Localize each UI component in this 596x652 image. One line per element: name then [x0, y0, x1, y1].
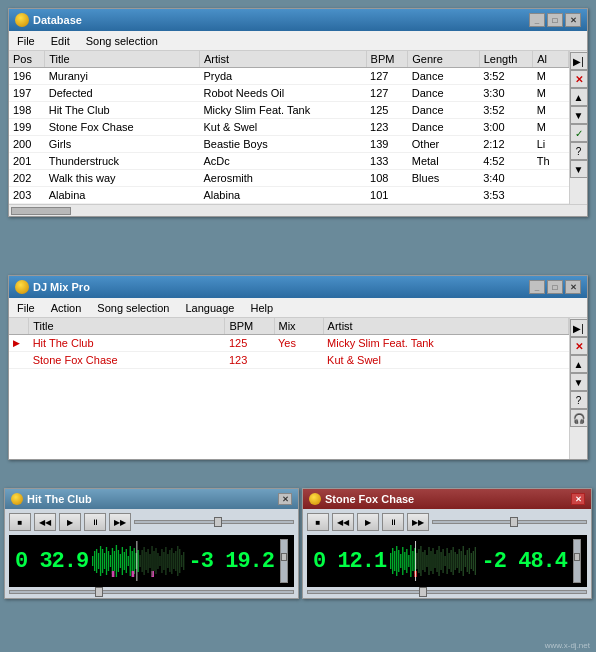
player1-volume-slider[interactable] — [280, 539, 288, 583]
database-row[interactable]: 197 Defected Robot Needs Oil 127 Dance 3… — [9, 85, 569, 102]
player1-play-button[interactable]: ▶ — [59, 513, 81, 531]
svg-rect-46 — [177, 546, 178, 576]
database-menu-bar: File Edit Song selection — [9, 31, 587, 51]
svg-rect-72 — [431, 551, 432, 571]
dj-col-indicator — [9, 318, 29, 335]
db-menu-edit[interactable]: Edit — [47, 33, 74, 49]
database-window: Database _ □ ✕ File Edit Song selection … — [8, 8, 588, 217]
database-maximize-button[interactable]: □ — [547, 13, 563, 27]
db-btn-help[interactable]: ? — [570, 142, 588, 160]
dj-menu-file[interactable]: File — [13, 300, 39, 316]
player1-rewind-button[interactable]: ◀◀ — [34, 513, 56, 531]
svg-rect-58 — [404, 552, 405, 570]
db-btn-close[interactable]: ✕ — [570, 70, 588, 88]
svg-rect-34 — [154, 551, 155, 571]
dj-btn-skip[interactable]: ▶| — [570, 319, 588, 337]
djmix-table-container: Title BPM Mix Artist ▶ Hit The Club 125 … — [9, 318, 569, 459]
col-al: Al — [533, 51, 569, 68]
database-row[interactable]: 196 Muranyi Pryda 127 Dance 3:52 M — [9, 68, 569, 85]
player1-waveform — [92, 541, 184, 581]
database-h-scrollbar[interactable] — [9, 204, 587, 216]
db-h-scroll-thumb[interactable] — [11, 207, 71, 215]
djmix-title-bar[interactable]: DJ Mix Pro _ □ ✕ — [9, 276, 587, 298]
djmix-row[interactable]: Stone Fox Chase 123 Kut & Swel — [9, 352, 569, 369]
svg-rect-12 — [116, 545, 117, 577]
player2-volume-slider[interactable] — [573, 539, 581, 583]
player2-close-button[interactable]: ✕ — [571, 493, 585, 505]
db-menu-file[interactable]: File — [13, 33, 39, 49]
database-side-buttons: ▶| ✕ ▲ ▼ ✓ ? ▼ — [569, 51, 587, 204]
svg-rect-60 — [408, 555, 409, 567]
djmix-close-button[interactable]: ✕ — [565, 280, 581, 294]
player2-title-bar[interactable]: Stone Fox Chase ✕ — [303, 489, 591, 509]
dj-cell-title: Hit The Club — [29, 335, 225, 352]
player1-pause-button[interactable]: ⏸ — [84, 513, 106, 531]
djmix-empty-area — [9, 369, 569, 459]
dj-menu-language[interactable]: Language — [181, 300, 238, 316]
svg-rect-16 — [124, 552, 125, 570]
svg-rect-24 — [112, 571, 115, 577]
player2-play-button[interactable]: ▶ — [357, 513, 379, 531]
svg-rect-1 — [94, 551, 95, 571]
player1-close-button[interactable]: ✕ — [278, 493, 292, 505]
svg-rect-87 — [461, 551, 462, 571]
dj-btn-headphones[interactable]: 🎧 — [570, 409, 588, 427]
dj-cell-bpm: 123 — [225, 352, 274, 369]
player1-title-bar[interactable]: Hit The Club ✕ — [5, 489, 298, 509]
db-btn-up[interactable]: ▲ — [570, 88, 588, 106]
database-close-button[interactable]: ✕ — [565, 13, 581, 27]
player1-pitch-slider[interactable] — [9, 590, 294, 594]
player2-stop-button[interactable]: ■ — [307, 513, 329, 531]
database-row[interactable]: 203 Alabina Alabina 101 3:53 — [9, 187, 569, 204]
cell-artist: Robot Needs Oil — [199, 85, 366, 102]
djmix-maximize-button[interactable]: □ — [547, 280, 563, 294]
database-row[interactable]: 201 Thunderstruck AcDc 133 Metal 4:52 Th — [9, 153, 569, 170]
dj-btn-close[interactable]: ✕ — [570, 337, 588, 355]
db-btn-check[interactable]: ✓ — [570, 124, 588, 142]
svg-rect-61 — [410, 545, 411, 577]
svg-rect-45 — [175, 551, 176, 571]
player2-fastforward-button[interactable]: ▶▶ — [407, 513, 429, 531]
dj-btn-down[interactable]: ▼ — [570, 373, 588, 391]
player2-position-slider[interactable] — [432, 520, 587, 524]
dj-menu-song-selection[interactable]: Song selection — [93, 300, 173, 316]
player2-volume-control — [571, 539, 581, 583]
db-menu-song-selection[interactable]: Song selection — [82, 33, 162, 49]
database-row[interactable]: 199 Stone Fox Chase Kut & Swel 123 Dance… — [9, 119, 569, 136]
player1-fastforward-button[interactable]: ▶▶ — [109, 513, 131, 531]
database-minimize-button[interactable]: _ — [529, 13, 545, 27]
database-row[interactable]: 200 Girls Beastie Boys 139 Other 2:12 Li — [9, 136, 569, 153]
djmix-row[interactable]: ▶ Hit The Club 125 Yes Micky Slim Feat. … — [9, 335, 569, 352]
cell-artist: AcDc — [199, 153, 366, 170]
svg-rect-40 — [165, 547, 166, 575]
svg-rect-6 — [104, 553, 105, 569]
svg-rect-2 — [96, 549, 97, 573]
cell-al — [533, 170, 569, 187]
dj-btn-help[interactable]: ? — [570, 391, 588, 409]
db-btn-down[interactable]: ▼ — [570, 106, 588, 124]
database-row[interactable]: 202 Walk this way Aerosmith 108 Blues 3:… — [9, 170, 569, 187]
djmix-minimize-button[interactable]: _ — [529, 280, 545, 294]
djmix-window: DJ Mix Pro _ □ ✕ File Action Song select… — [8, 275, 588, 460]
dj-menu-help[interactable]: Help — [246, 300, 277, 316]
dj-menu-action[interactable]: Action — [47, 300, 86, 316]
player1-position-slider[interactable] — [134, 520, 294, 524]
col-bpm: BPM — [366, 51, 408, 68]
database-title-bar[interactable]: Database _ □ ✕ — [9, 9, 587, 31]
dj-cell-artist: Micky Slim Feat. Tank — [323, 335, 568, 352]
database-row[interactable]: 198 Hit The Club Micky Slim Feat. Tank 1… — [9, 102, 569, 119]
player2-rewind-button[interactable]: ◀◀ — [332, 513, 354, 531]
player2-title-text: Stone Fox Chase — [325, 493, 571, 505]
db-btn-skip[interactable]: ▶| — [570, 52, 588, 70]
cell-pos: 201 — [9, 153, 45, 170]
db-btn-bottom[interactable]: ▼ — [570, 160, 588, 178]
cell-length: 3:52 — [479, 68, 533, 85]
cell-pos: 197 — [9, 85, 45, 102]
dj-btn-up[interactable]: ▲ — [570, 355, 588, 373]
player2-pitch-slider[interactable] — [307, 590, 587, 594]
cell-length: 3:00 — [479, 119, 533, 136]
svg-rect-31 — [148, 549, 149, 573]
svg-rect-77 — [441, 552, 442, 570]
player2-pause-button[interactable]: ⏸ — [382, 513, 404, 531]
player1-stop-button[interactable]: ■ — [9, 513, 31, 531]
